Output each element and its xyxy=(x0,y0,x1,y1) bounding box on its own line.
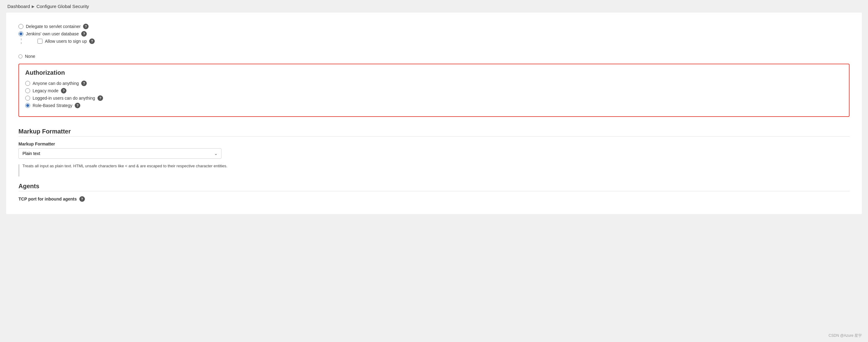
tcp-help-icon[interactable]: ? xyxy=(80,196,85,202)
markup-select-wrapper: Plain text Safe HTML ⌄ xyxy=(19,148,221,159)
delegate-help-icon[interactable]: ? xyxy=(83,24,89,29)
auth-legacy-help-icon[interactable]: ? xyxy=(61,88,66,93)
markup-field-label: Markup Formatter xyxy=(19,142,849,146)
markup-formatter-section: Markup Formatter Markup Formatter Plain … xyxy=(6,122,862,177)
page-wrapper: Dashboard ▶ Configure Global Security De… xyxy=(0,0,868,342)
allow-signup-help-icon[interactable]: ? xyxy=(89,38,95,44)
auth-legacy-option: Legacy mode ? xyxy=(25,88,843,93)
jenkins-db-label[interactable]: Jenkins' own user database xyxy=(26,31,79,36)
auth-legacy-label: Legacy mode xyxy=(33,88,58,93)
markup-divider xyxy=(19,136,849,136)
watermark: CSDN @Azure 星宇 xyxy=(829,333,862,338)
markup-formatter-select[interactable]: Plain text Safe HTML xyxy=(19,148,221,159)
auth-anyone-radio[interactable] xyxy=(25,81,30,86)
auth-loggedin-label: Logged-in users can do anything xyxy=(33,96,95,100)
jenkins-db-help-icon[interactable]: ? xyxy=(81,31,87,37)
markup-formatter-title: Markup Formatter xyxy=(19,128,849,135)
delegate-label[interactable]: Delegate to servlet container xyxy=(26,24,81,29)
auth-anyone-help-icon[interactable]: ? xyxy=(81,81,87,86)
authorization-section: Authorization Anyone can do anything ? L… xyxy=(19,64,849,117)
auth-legacy-radio[interactable] xyxy=(25,88,30,93)
agents-title: Agents xyxy=(19,183,849,190)
breadcrumb-current: Configure Global Security xyxy=(36,4,89,9)
realm-options: Delegate to servlet container ? Jenkins'… xyxy=(6,19,862,49)
markup-description-row: Treats all input as plain text. HTML uns… xyxy=(19,164,849,177)
none-label[interactable]: None xyxy=(25,54,35,59)
tcp-port-text: TCP port for inbound agents xyxy=(19,196,77,201)
auth-anyone-option: Anyone can do anything ? xyxy=(25,81,843,86)
auth-rbac-help-icon[interactable]: ? xyxy=(75,103,80,108)
auth-rbac-label: Role-Based Strategy xyxy=(33,103,72,108)
none-option: None xyxy=(6,54,862,59)
content-area: Delegate to servlet container ? Jenkins'… xyxy=(6,12,862,214)
auth-loggedin-help-icon[interactable]: ? xyxy=(97,95,103,101)
jenkins-db-option: Jenkins' own user database ? xyxy=(19,31,849,37)
sub-options: Allow users to sign up ? xyxy=(21,38,849,44)
allow-signup-label[interactable]: Allow users to sign up xyxy=(45,39,87,44)
agents-divider xyxy=(19,191,849,191)
allow-signup-option: Allow users to sign up ? xyxy=(37,38,849,44)
breadcrumb: Dashboard ▶ Configure Global Security xyxy=(0,0,868,12)
auth-rbac-radio[interactable] xyxy=(25,103,30,108)
auth-anyone-label: Anyone can do anything xyxy=(33,81,79,86)
delegate-radio[interactable] xyxy=(19,24,23,29)
breadcrumb-home[interactable]: Dashboard xyxy=(7,4,30,9)
delegate-option: Delegate to servlet container ? xyxy=(19,24,849,29)
authorization-title: Authorization xyxy=(25,69,843,76)
auth-loggedin-option: Logged-in users can do anything ? xyxy=(25,95,843,101)
tcp-port-label: TCP port for inbound agents ? xyxy=(19,196,849,202)
auth-rbac-option: Role-Based Strategy ? xyxy=(25,103,843,108)
allow-signup-checkbox[interactable] xyxy=(37,39,42,44)
jenkins-db-radio[interactable] xyxy=(19,31,23,36)
auth-loggedin-radio[interactable] xyxy=(25,96,30,100)
none-radio[interactable] xyxy=(19,55,23,58)
description-bar xyxy=(19,164,20,177)
markup-description-text: Treats all input as plain text. HTML uns… xyxy=(23,164,227,168)
breadcrumb-arrow: ▶ xyxy=(32,4,34,9)
agents-section: Agents TCP port for inbound agents ? xyxy=(6,177,862,202)
